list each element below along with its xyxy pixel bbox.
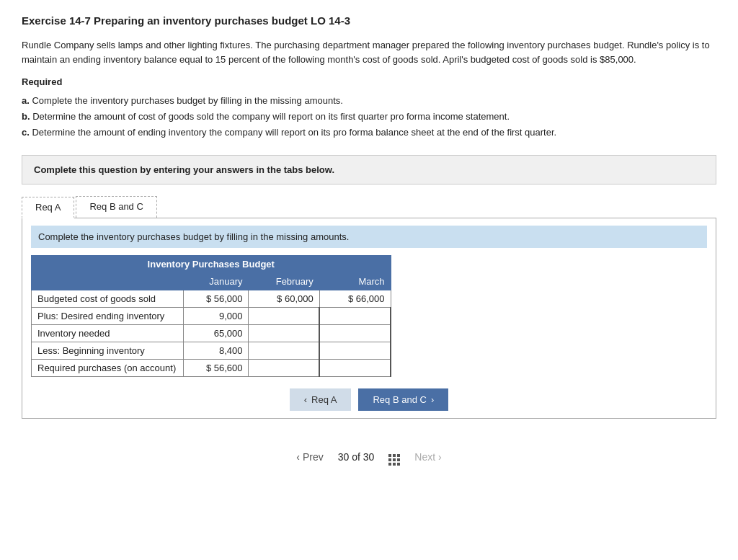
tab-req-a[interactable]: Req A — [22, 197, 74, 218]
page-current: 30 — [338, 451, 350, 463]
row-feb-req-purch-input[interactable] — [249, 360, 319, 377]
table-row: Required purchases (on account) $ 56,600 — [32, 360, 391, 377]
next-label: Next — [414, 451, 435, 463]
tab-content-req-a: Complete the inventory purchases budget … — [22, 218, 716, 419]
intro-text: Rundle Company sells lamps and other lig… — [22, 38, 716, 66]
page-info: 30 of 30 — [338, 451, 375, 463]
budget-table: Inventory Purchases Budget January Febru… — [31, 255, 391, 377]
tabs-row: Req A Req B and C — [22, 196, 716, 218]
page-of: of — [352, 451, 363, 463]
table-row: Less: Beginning inventory 8,400 — [32, 342, 391, 360]
req-a-text: a. Complete the inventory purchases budg… — [22, 93, 716, 109]
tab-req-bc[interactable]: Req B and C — [76, 196, 156, 218]
table-title: Inventory Purchases Budget — [32, 256, 391, 273]
tab-instruction: Complete the inventory purchases budget … — [31, 226, 707, 248]
row-jan-cogs: $ 56,000 — [183, 290, 249, 308]
row-jan-dei: 9,000 — [183, 308, 249, 325]
col-header-feb: February — [249, 273, 319, 290]
col-header-mar: March — [319, 273, 391, 290]
next-button[interactable]: Next › — [414, 451, 441, 463]
row-mar-dei-input[interactable] — [319, 308, 391, 325]
req-b-text: b. Determine the amount of cost of goods… — [22, 109, 716, 125]
table-row: Plus: Desired ending inventory 9,000 — [32, 308, 391, 325]
table-row: Budgeted cost of goods sold $ 56,000 $ 6… — [32, 290, 391, 308]
row-label-req-purch: Required purchases (on account) — [32, 360, 184, 377]
prev-tab-button[interactable]: ‹ Req A — [290, 388, 352, 411]
bottom-nav: ‹ Prev 30 of 30 Next › — [22, 448, 716, 466]
prev-tab-label: Req A — [311, 394, 337, 405]
row-feb-dei-input[interactable] — [249, 308, 319, 325]
next-tab-button[interactable]: Req B and C › — [358, 388, 448, 411]
requirements-list: a. Complete the inventory purchases budg… — [22, 93, 716, 141]
required-label: Required — [22, 76, 716, 87]
prev-label: Prev — [303, 451, 324, 463]
tab-nav-buttons: ‹ Req A Req B and C › — [31, 388, 707, 411]
row-jan-inv-needed: 65,000 — [183, 325, 249, 342]
row-feb-inv-needed-input[interactable] — [249, 325, 319, 342]
row-jan-req-purch: $ 56,600 — [183, 360, 249, 377]
row-label-inv-needed: Inventory needed — [32, 325, 184, 342]
instruction-box: Complete this question by entering your … — [22, 155, 716, 185]
row-label-cogs: Budgeted cost of goods sold — [32, 290, 184, 308]
row-mar-cogs: $ 66,000 — [319, 290, 391, 308]
row-feb-cogs: $ 60,000 — [249, 290, 319, 308]
col-header-jan: January — [183, 273, 249, 290]
tabs-container: Req A Req B and C Complete the inventory… — [22, 196, 716, 419]
row-label-beg-inv: Less: Beginning inventory — [32, 342, 184, 360]
row-mar-req-purch-input[interactable] — [319, 360, 391, 377]
page-title: Exercise 14-7 Preparing an inventory pur… — [22, 14, 716, 27]
col-header-label — [32, 273, 184, 290]
row-feb-beg-inv-input[interactable] — [249, 342, 319, 360]
table-row: Inventory needed 65,000 — [32, 325, 391, 342]
prev-button[interactable]: ‹ Prev — [296, 451, 323, 463]
next-arrow-icon: › — [438, 451, 442, 463]
chevron-left-icon: ‹ — [304, 394, 307, 405]
row-mar-inv-needed-input[interactable] — [319, 325, 391, 342]
row-label-dei: Plus: Desired ending inventory — [32, 308, 184, 325]
page-total: 30 — [363, 451, 375, 463]
next-tab-label: Req B and C — [373, 394, 426, 405]
grid-icon[interactable] — [388, 448, 400, 466]
req-c-text: c. Determine the amount of ending invent… — [22, 125, 716, 141]
row-jan-beg-inv: 8,400 — [183, 342, 249, 360]
row-mar-beg-inv-input[interactable] — [319, 342, 391, 360]
chevron-right-icon: › — [431, 394, 434, 405]
prev-arrow-icon: ‹ — [296, 451, 300, 463]
